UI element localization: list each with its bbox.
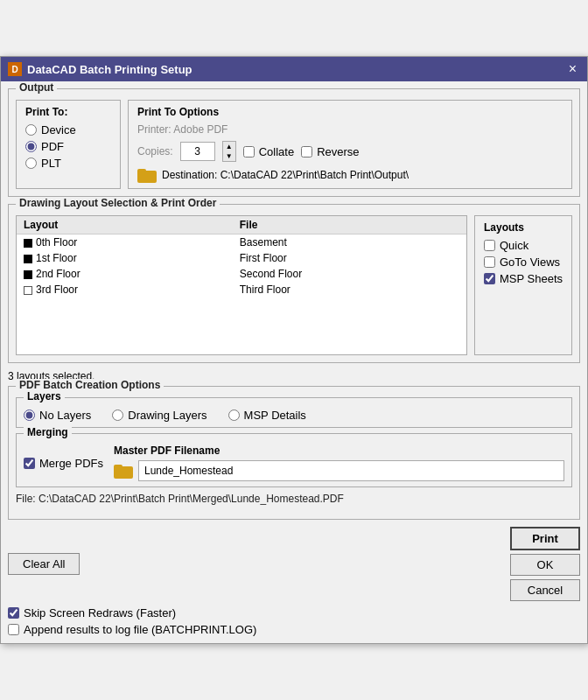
output-section: Print To: Device PDF bbox=[16, 100, 572, 189]
skip-redraws-label[interactable]: Skip Screen Redraws (Faster) bbox=[8, 606, 580, 620]
collate-checkbox[interactable] bbox=[243, 146, 255, 158]
radio-device-label: Device bbox=[41, 123, 76, 136]
merge-pdfs-checkbox[interactable] bbox=[24, 458, 35, 469]
master-pdf-input[interactable] bbox=[138, 460, 564, 481]
collate-label: Collate bbox=[259, 145, 294, 158]
layers-radios: No Layers Drawing Layers MSP Details bbox=[24, 409, 564, 422]
layers-title: Layers bbox=[24, 390, 65, 402]
window-body: Output Print To: Device PD bbox=[1, 81, 587, 643]
print-to-label: Print To: bbox=[25, 106, 111, 118]
merge-pdfs-checkbox-label[interactable]: Merge PDFs bbox=[24, 457, 103, 470]
no-layers-radio-label[interactable]: No Layers bbox=[24, 409, 91, 422]
layout-title: Drawing Layout Selection & Print Order bbox=[16, 197, 220, 209]
radio-pdf-label: PDF bbox=[41, 140, 64, 153]
drawing-layers-label: Drawing Layers bbox=[128, 409, 206, 422]
destination-row: Destination: C:\DataCAD 22\Print\Batch P… bbox=[137, 167, 563, 183]
master-pdf-label: Master PDF Filename bbox=[114, 444, 564, 457]
append-log-label[interactable]: Append results to log file (BATCHPRINT.L… bbox=[8, 623, 580, 636]
layout-table-container: Layout File 0th Floor Basement bbox=[16, 215, 467, 355]
close-button[interactable]: × bbox=[565, 62, 580, 76]
output-title: Output bbox=[16, 81, 57, 94]
layout-content: Layout File 0th Floor Basement bbox=[16, 215, 572, 355]
msp-sheets-checkbox[interactable] bbox=[484, 273, 495, 284]
quick-checkbox[interactable] bbox=[484, 240, 495, 251]
print-to-radio-group: Device PDF PLT bbox=[25, 123, 111, 170]
msp-sheets-checkbox-label[interactable]: MSP Sheets bbox=[484, 272, 563, 285]
copies-label: Copies: bbox=[137, 145, 173, 158]
radio-device-input[interactable] bbox=[25, 124, 37, 136]
output-content: Print To: Device PDF bbox=[16, 100, 572, 189]
master-pdf-folder-icon bbox=[114, 463, 133, 479]
copies-down-button[interactable]: ▼ bbox=[223, 151, 235, 161]
no-layers-label: No Layers bbox=[39, 409, 91, 422]
skip-redraws-checkbox[interactable] bbox=[8, 607, 19, 619]
table-row: 2nd Floor Second Floor bbox=[17, 266, 466, 282]
pdf-batch-title: PDF Batch Creation Options bbox=[16, 379, 164, 391]
pdf-batch-group: PDF Batch Creation Options Layers No Lay… bbox=[8, 386, 580, 520]
layout-indicator bbox=[24, 270, 32, 279]
bottom-row: Clear All Print OK Cancel bbox=[8, 527, 580, 601]
ok-button[interactable]: OK bbox=[510, 554, 580, 576]
goto-views-label: GoTo Views bbox=[500, 256, 560, 269]
destination-text: Destination: C:\DataCAD 22\Print\Batch P… bbox=[162, 169, 409, 181]
title-bar: D DataCAD Batch Printing Setup × bbox=[1, 57, 587, 81]
layout-indicator-empty bbox=[24, 286, 32, 295]
skip-redraws-text: Skip Screen Redraws (Faster) bbox=[24, 606, 176, 620]
table-row: 0th Floor Basement bbox=[17, 234, 466, 251]
radio-plt[interactable]: PLT bbox=[25, 157, 111, 170]
layouts-side-items: Quick GoTo Views MSP Sheets bbox=[484, 239, 563, 285]
merge-pdfs-label: Merge PDFs bbox=[39, 457, 103, 470]
append-log-checkbox[interactable] bbox=[8, 624, 19, 635]
layers-section: Layers No Layers Drawing Layers MSP D bbox=[16, 397, 572, 428]
layouts-side-title: Layouts bbox=[484, 221, 563, 234]
radio-pdf[interactable]: PDF bbox=[25, 140, 111, 153]
goto-views-checkbox-label[interactable]: GoTo Views bbox=[484, 256, 563, 269]
radio-plt-label: PLT bbox=[41, 157, 61, 170]
msp-details-radio[interactable] bbox=[228, 410, 240, 421]
col-file: File bbox=[233, 216, 466, 234]
msp-details-label: MSP Details bbox=[244, 409, 306, 422]
file-path: File: C:\DataCAD 22\Print\Batch Print\Me… bbox=[16, 493, 572, 505]
drawing-layers-radio[interactable] bbox=[112, 410, 123, 421]
quick-label: Quick bbox=[500, 239, 528, 252]
print-to-box: Print To: Device PDF bbox=[16, 100, 121, 189]
print-to-options-title: Print To Options bbox=[137, 106, 563, 118]
merging-row: Merge PDFs Master PDF Filename bbox=[24, 444, 564, 481]
copies-row: Copies: ▲ ▼ Collate bbox=[137, 141, 563, 162]
folder-icon bbox=[137, 167, 157, 183]
clear-all-button[interactable]: Clear All bbox=[8, 553, 80, 575]
append-log-text: Append results to log file (BATCHPRINT.L… bbox=[24, 623, 256, 636]
no-layers-radio[interactable] bbox=[24, 410, 35, 421]
drawing-layers-radio-label[interactable]: Drawing Layers bbox=[112, 409, 206, 422]
collate-checkbox-label[interactable]: Collate bbox=[243, 145, 294, 158]
reverse-checkbox-label[interactable]: Reverse bbox=[301, 145, 359, 158]
reverse-checkbox[interactable] bbox=[301, 146, 312, 158]
pdf-batch-content: Layers No Layers Drawing Layers MSP D bbox=[16, 397, 572, 505]
merging-section: Merging Merge PDFs Master PDF Filename bbox=[16, 433, 572, 487]
reverse-label: Reverse bbox=[317, 145, 359, 158]
cancel-button[interactable]: Cancel bbox=[510, 579, 580, 601]
layout-table: Layout File 0th Floor Basement bbox=[17, 216, 466, 298]
printer-label: Printer: Adobe PDF bbox=[137, 123, 563, 136]
layout-indicator bbox=[24, 239, 32, 248]
msp-details-radio-label[interactable]: MSP Details bbox=[228, 409, 306, 422]
radio-pdf-input[interactable] bbox=[25, 141, 37, 152]
radio-plt-input[interactable] bbox=[25, 158, 37, 169]
layout-section: Layout File 0th Floor Basement bbox=[16, 215, 572, 355]
layouts-side-box: Layouts Quick GoTo Views bbox=[474, 215, 572, 355]
master-pdf-row bbox=[114, 460, 564, 481]
print-button[interactable]: Print bbox=[510, 527, 580, 550]
radio-device[interactable]: Device bbox=[25, 123, 111, 136]
bottom-checkboxes: Skip Screen Redraws (Faster) Append resu… bbox=[8, 606, 580, 636]
goto-views-checkbox[interactable] bbox=[484, 256, 495, 268]
copies-input[interactable] bbox=[180, 142, 215, 161]
table-row: 3rd Floor Third Floor bbox=[17, 282, 466, 298]
master-pdf-section: Master PDF Filename bbox=[114, 444, 564, 481]
layout-group: Drawing Layout Selection & Print Order L… bbox=[8, 204, 580, 363]
output-group: Output Print To: Device PD bbox=[8, 88, 580, 197]
title-bar-left: D DataCAD Batch Printing Setup bbox=[8, 62, 192, 76]
right-buttons: Print OK Cancel bbox=[510, 527, 580, 601]
quick-checkbox-label[interactable]: Quick bbox=[484, 239, 563, 252]
copies-spinner: ▲ ▼ bbox=[222, 141, 236, 162]
copies-up-button[interactable]: ▲ bbox=[223, 142, 235, 151]
